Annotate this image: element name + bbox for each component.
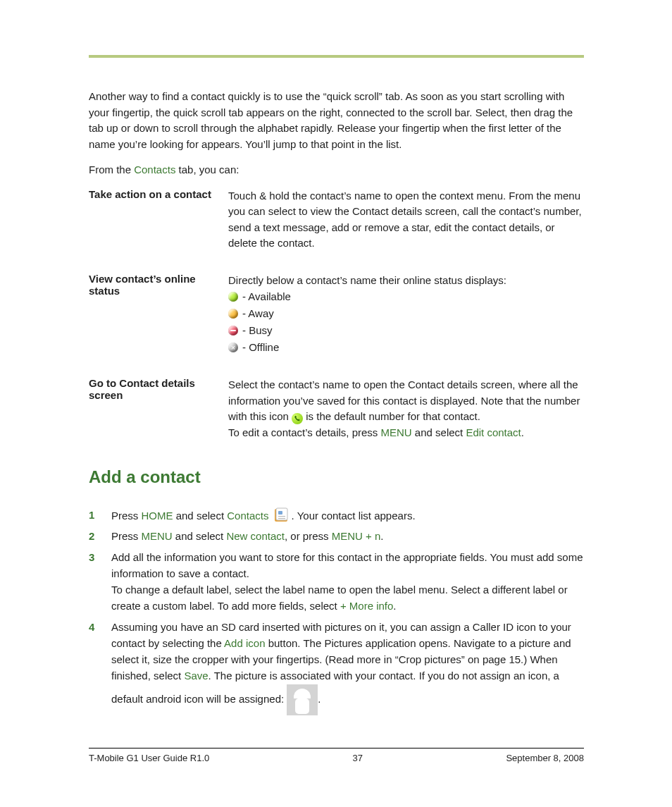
menu-label: MENU <box>142 530 173 542</box>
term-contact-details: Go to Contact details screen <box>89 377 228 441</box>
details-p2a: To edit a contact’s details, press <box>228 426 381 438</box>
contacts-label: Contacts <box>227 510 268 522</box>
list-item: 2 Press MENU and select New contact, or … <box>89 528 584 544</box>
section-heading: Add a contact <box>89 467 584 487</box>
desc-take-action: Touch & hold the contact’s name to open … <box>228 188 584 273</box>
step-body: Add all the information you want to stor… <box>111 549 584 615</box>
status-away: - Away <box>228 305 584 322</box>
status-busy-label: - Busy <box>242 322 273 339</box>
desc-contact-details: Select the contact’s name to open the Co… <box>228 377 584 441</box>
page-footer: T-Mobile G1 User Guide R1.0 37 September… <box>89 748 584 763</box>
step-body: Assuming you have an SD card inserted wi… <box>111 619 584 715</box>
from-line-post: tab, you can: <box>175 164 239 175</box>
steps-list: 1 Press HOME and select Contacts . Your … <box>89 507 584 715</box>
step-body: Press MENU and select New contact, or pr… <box>111 528 584 544</box>
status-away-label: - Away <box>242 305 274 322</box>
available-icon <box>228 292 238 302</box>
definitions-table: Take action on a contact Touch & hold th… <box>89 188 584 441</box>
table-row: Go to Contact details screen Select the … <box>89 377 584 441</box>
details-p2b: and select <box>412 426 466 438</box>
status-offline-label: - Offline <box>242 339 279 356</box>
step2-c: , or press <box>285 530 332 542</box>
footer-page-number: 37 <box>353 753 363 763</box>
step1-b: and select <box>173 510 228 522</box>
step3-p2a: To change a default label, select the la… <box>111 584 568 612</box>
menu-combo-label: MENU + n <box>332 530 381 542</box>
home-label: HOME <box>142 510 173 522</box>
svg-rect-3 <box>278 516 285 517</box>
from-contacts-line: From the Contacts tab, you can: <box>89 162 584 178</box>
list-item: 4 Assuming you have an SD card inserted … <box>89 619 584 715</box>
status-lead: Directly below a contact’s name their on… <box>228 273 584 289</box>
footer-left: T-Mobile G1 User Guide R1.0 <box>89 753 209 763</box>
term-online-status: View contact’s online status <box>89 273 228 378</box>
default-number-icon <box>292 413 303 424</box>
contacts-app-icon <box>272 507 292 524</box>
away-icon <box>228 309 238 319</box>
default-android-icon <box>287 684 318 715</box>
details-p2c: . <box>521 426 524 438</box>
step-number: 2 <box>89 528 97 544</box>
step3-p2b: . <box>393 600 396 612</box>
svg-rect-2 <box>278 511 282 515</box>
step2-a: Press <box>111 530 142 542</box>
edit-contact-label: Edit contact <box>466 426 521 438</box>
new-contact-label: New contact <box>226 530 285 542</box>
table-row: View contact’s online status Directly be… <box>89 273 584 378</box>
footer-date: September 8, 2008 <box>506 753 584 763</box>
from-line-pre: From the <box>89 164 134 175</box>
add-icon-label: Add icon <box>224 637 265 649</box>
term-take-action: Take action on a contact <box>89 188 228 273</box>
step3-p2: To change a default label, select the la… <box>111 581 584 615</box>
contacts-link-text: Contacts <box>134 164 175 175</box>
step-number: 4 <box>89 619 97 715</box>
more-info-label: + More info <box>340 600 393 612</box>
status-offline: - Offline <box>228 339 584 356</box>
menu-label: MENU <box>381 426 412 438</box>
svg-rect-4 <box>278 518 285 519</box>
intro-paragraph: Another way to find a contact quickly is… <box>89 89 584 152</box>
details-p1b: is the default number for that contact. <box>303 410 480 422</box>
status-busy: - Busy <box>228 322 584 339</box>
step3-p1: Add all the information you want to stor… <box>111 549 584 582</box>
offline-icon <box>228 343 238 352</box>
step4-d: . <box>318 693 321 705</box>
step-number: 3 <box>89 549 97 615</box>
save-label: Save <box>184 670 208 682</box>
step-number: 1 <box>89 507 97 524</box>
step1-d: . Your contact list appears. <box>292 510 416 522</box>
table-row: Take action on a contact Touch & hold th… <box>89 188 584 273</box>
step2-b: and select <box>173 530 227 542</box>
list-item: 3 Add all the information you want to st… <box>89 549 584 615</box>
step1-a: Press <box>111 510 142 522</box>
status-available-label: - Available <box>242 288 291 305</box>
step-body: Press HOME and select Contacts . Your co… <box>111 507 584 524</box>
desc-online-status: Directly below a contact’s name their on… <box>228 273 584 378</box>
busy-icon <box>228 326 238 335</box>
list-item: 1 Press HOME and select Contacts . Your … <box>89 507 584 524</box>
step2-d: . <box>380 530 383 542</box>
status-available: - Available <box>228 288 584 305</box>
